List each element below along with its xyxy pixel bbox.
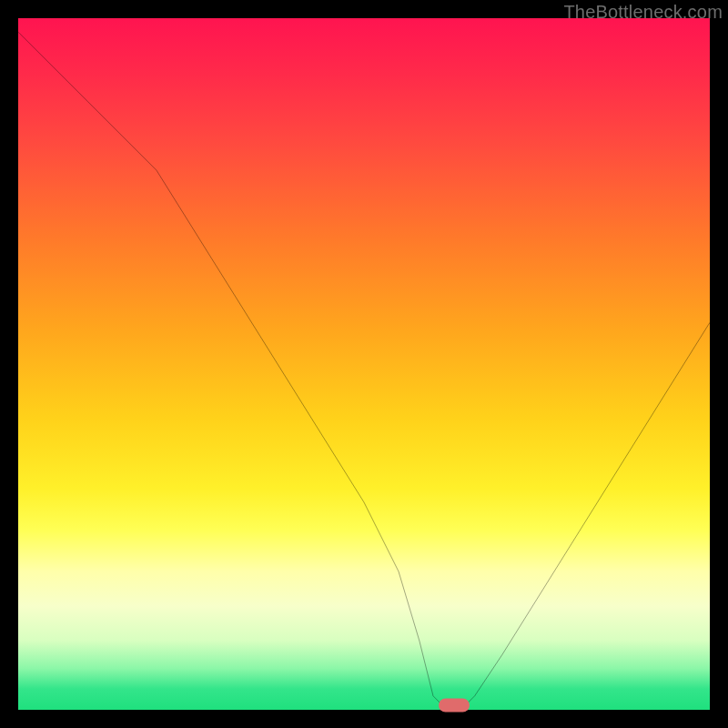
- bottleneck-curve: [18, 18, 710, 710]
- chart-frame: TheBottleneck.com: [0, 0, 728, 728]
- watermark-text: TheBottleneck.com: [563, 2, 723, 23]
- optimal-marker: [439, 699, 470, 713]
- plot-area: [18, 18, 710, 710]
